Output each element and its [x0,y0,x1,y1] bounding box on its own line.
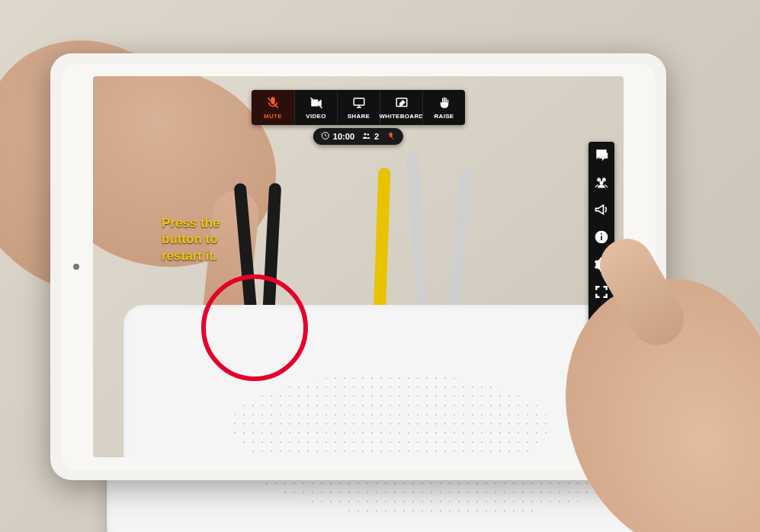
whiteboard-icon [395,96,409,111]
hand-icon [438,96,451,111]
annotation-text: Press the button to restart it. [162,215,220,264]
participants-button[interactable] [593,175,610,192]
svg-rect-2 [354,98,364,105]
people-icon [362,131,371,142]
share-button[interactable]: SHARE [337,90,380,125]
chat-button[interactable] [593,148,610,165]
mic-muted-icon [266,96,280,111]
svg-point-11 [602,178,606,181]
info-button[interactable] [593,230,610,247]
share-label: SHARE [348,113,370,120]
svg-rect-15 [601,233,602,235]
info-icon [594,229,609,248]
whiteboard-label: WHITEBOARD [379,113,423,120]
tablet-camera [73,264,79,270]
svg-rect-14 [601,236,602,240]
mic-muted-indicator [386,132,396,141]
call-timer: 10:00 [321,131,354,142]
video-label: VIDEO [306,113,325,120]
participant-value: 2 [374,132,379,141]
video-button[interactable]: VIDEO [294,90,337,125]
monitor-icon [352,96,366,111]
participants-icon [594,175,609,193]
whiteboard-button[interactable]: WHITEBOARD [380,90,422,125]
annotation-circle [201,274,308,381]
chat-icon [594,147,609,165]
call-status-pill: 10:00 2 [313,128,403,145]
tablet-screen: Press the button to restart it. MUTE VID… [93,76,624,457]
participant-count: 2 [362,131,379,142]
mute-button[interactable]: MUTE [252,90,294,125]
video-off-icon [309,96,323,111]
raise-label: RAISE [435,113,454,120]
mute-label: MUTE [264,113,282,120]
raise-hand-button[interactable]: RAISE [422,90,465,125]
announce-icon [594,202,609,220]
svg-point-8 [367,133,370,136]
svg-point-10 [597,178,601,181]
clock-icon [321,131,330,142]
ar-router [123,305,611,457]
timer-value: 10:00 [333,132,354,141]
call-toolbar: MUTE VIDEO SHARE [252,90,465,125]
announce-button[interactable] [593,203,610,220]
svg-point-7 [364,133,367,136]
scene-root: Press the button to restart it. MUTE VID… [0,0,760,532]
svg-point-12 [600,181,604,184]
